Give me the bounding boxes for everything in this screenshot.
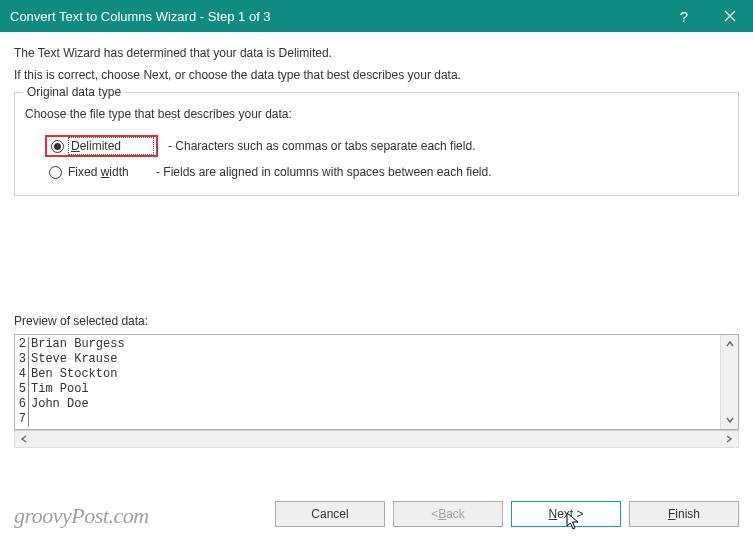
table-row: 6John Doe xyxy=(15,397,720,412)
table-row: 2Brian Burgess xyxy=(15,337,720,352)
radio-fixedwidth[interactable] xyxy=(49,166,62,179)
row-num: 6 xyxy=(15,397,29,412)
radio-fixedwidth-row[interactable]: Fixed width - Fields are aligned in colu… xyxy=(25,161,728,183)
row-value: Ben Stockton xyxy=(29,367,117,382)
dialog-content: The Text Wizard has determined that your… xyxy=(0,32,753,458)
scroll-left-icon[interactable] xyxy=(15,430,33,448)
help-button[interactable]: ? xyxy=(661,0,707,32)
watermark: groovyPost.com xyxy=(14,503,149,529)
button-row: Cancel < Back Next > Finish xyxy=(275,501,739,527)
horizontal-scrollbar[interactable] xyxy=(14,430,739,448)
fieldset-legend: Original data type xyxy=(23,85,125,99)
row-value xyxy=(29,412,31,427)
radio-delimited-row[interactable]: Delimited - Characters such as commas or… xyxy=(25,131,728,161)
radio-delimited-desc: - Characters such as commas or tabs sepa… xyxy=(168,139,475,153)
radio-fixedwidth-desc: - Fields are aligned in columns with spa… xyxy=(156,165,492,179)
radio-delimited-label: Delimited xyxy=(70,139,152,153)
cancel-button[interactable]: Cancel xyxy=(275,501,385,527)
intro-text-2: If this is correct, choose Next, or choo… xyxy=(14,68,739,82)
help-icon: ? xyxy=(680,8,688,25)
scroll-down-icon[interactable] xyxy=(721,411,739,429)
row-num: 3 xyxy=(15,352,29,367)
radio-fixedwidth-label: Fixed width xyxy=(68,165,150,179)
original-data-type-group: Original data type Choose the file type … xyxy=(14,92,739,196)
row-num: 4 xyxy=(15,367,29,382)
back-button: < Back xyxy=(393,501,503,527)
row-value: Steve Krause xyxy=(29,352,117,367)
finish-button[interactable]: Finish xyxy=(629,501,739,527)
window-title: Convert Text to Columns Wizard - Step 1 … xyxy=(10,9,661,24)
row-value: Tim Pool xyxy=(29,382,89,397)
fieldset-prompt: Choose the file type that best describes… xyxy=(25,107,728,121)
titlebar: Convert Text to Columns Wizard - Step 1 … xyxy=(0,0,753,32)
preview-section: Preview of selected data: 2Brian Burgess… xyxy=(14,314,739,448)
intro-text-1: The Text Wizard has determined that your… xyxy=(14,46,739,60)
row-value: John Doe xyxy=(29,397,89,412)
preview-label: Preview of selected data: xyxy=(14,314,739,328)
scroll-right-icon[interactable] xyxy=(720,430,738,448)
table-row: 4Ben Stockton xyxy=(15,367,720,382)
close-button[interactable] xyxy=(707,0,753,32)
table-row: 7 xyxy=(15,412,720,427)
row-num: 2 xyxy=(15,337,29,352)
highlight-annotation: Delimited xyxy=(45,135,158,157)
vertical-scrollbar[interactable] xyxy=(720,335,738,429)
row-num: 7 xyxy=(15,412,29,427)
row-value: Brian Burgess xyxy=(29,337,125,352)
table-row: 5Tim Pool xyxy=(15,382,720,397)
scroll-up-icon[interactable] xyxy=(721,335,739,353)
radio-delimited[interactable] xyxy=(51,140,64,153)
row-num: 5 xyxy=(15,382,29,397)
next-button[interactable]: Next > xyxy=(511,501,621,527)
preview-data: 2Brian Burgess 3Steve Krause 4Ben Stockt… xyxy=(15,335,720,429)
table-row: 3Steve Krause xyxy=(15,352,720,367)
close-icon xyxy=(724,10,736,22)
preview-box: 2Brian Burgess 3Steve Krause 4Ben Stockt… xyxy=(14,334,739,430)
